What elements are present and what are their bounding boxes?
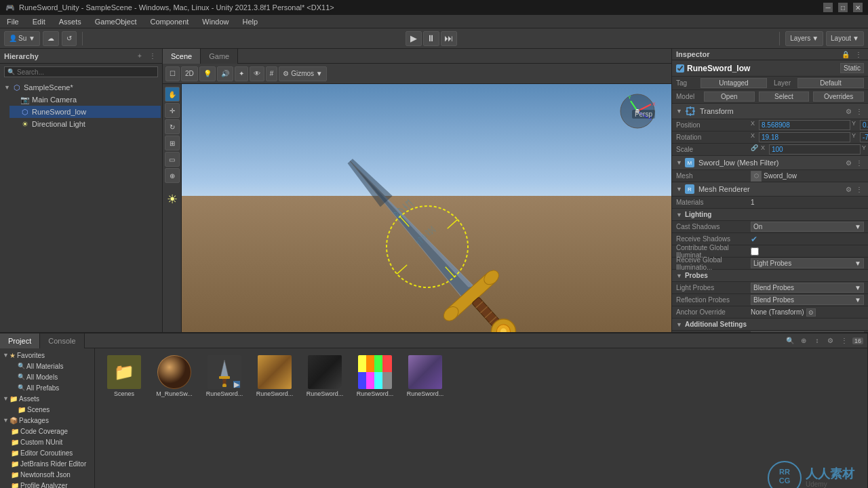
scale-x[interactable] bbox=[769, 144, 861, 155]
layers-button[interactable]: Layers ▼ bbox=[785, 31, 823, 46]
asset-material[interactable]: M_RuneSw... bbox=[151, 354, 198, 399]
asset-texture-purple[interactable]: RuneSword... bbox=[401, 354, 449, 399]
project-search-icon[interactable]: 🔍 bbox=[785, 336, 795, 346]
hierarchy-add-button[interactable]: + bbox=[134, 51, 145, 62]
tool-transform[interactable]: ⊕ bbox=[165, 168, 180, 183]
tab-console[interactable]: Console bbox=[40, 333, 84, 348]
layer-dropdown[interactable]: Default bbox=[797, 78, 864, 88]
asset-texture-color[interactable]: RuneSword... bbox=[351, 354, 399, 399]
tree-packages[interactable]: ▼ 📦 Packages bbox=[1, 415, 93, 426]
menu-gameobject[interactable]: GameObject bbox=[92, 16, 140, 27]
mesh-filter-header[interactable]: ▼ M Sword_low (Mesh Filter) ⚙ ⋮ bbox=[672, 156, 868, 170]
menu-component[interactable]: Component bbox=[147, 16, 191, 27]
tree-all-models[interactable]: 🔍 All Models bbox=[1, 371, 93, 382]
hierarchy-item-maincamera[interactable]: 📷 Main Camera bbox=[9, 94, 161, 106]
tool-hand[interactable]: ✋ bbox=[165, 87, 180, 102]
tab-game[interactable]: Game bbox=[201, 49, 238, 64]
mesh-renderer-overflow-button[interactable]: ⋮ bbox=[854, 184, 864, 194]
scene-hidden-objects[interactable]: 👁 bbox=[250, 66, 264, 81]
rotation-x[interactable] bbox=[759, 132, 850, 142]
scene-2d-button[interactable]: 2D bbox=[181, 66, 198, 81]
tree-favorites[interactable]: ▼ ★ Favorites bbox=[1, 350, 93, 361]
lighting-section-header[interactable]: ▼ Lighting bbox=[672, 209, 868, 221]
object-active-checkbox[interactable] bbox=[676, 64, 684, 73]
tree-custom-nunit[interactable]: 📁 Custom NUnit bbox=[1, 436, 93, 447]
tab-scene[interactable]: Scene bbox=[163, 49, 201, 64]
minimize-button[interactable]: ─ bbox=[823, 3, 833, 12]
rotation-y[interactable] bbox=[860, 132, 868, 142]
account-button[interactable]: 👤 Su ▼ bbox=[4, 31, 40, 46]
maximize-button[interactable]: □ bbox=[838, 3, 848, 12]
position-y[interactable] bbox=[860, 120, 868, 130]
hierarchy-item-runesword[interactable]: ⬡ RuneSword_low bbox=[9, 106, 161, 118]
scene-effects-toggle[interactable]: ✦ bbox=[235, 66, 248, 81]
tree-newtonsoft[interactable]: 📁 Newtonsoft Json bbox=[1, 469, 93, 480]
project-option1[interactable]: ⊕ bbox=[798, 336, 809, 346]
asset-scenes-folder[interactable]: 📁 Scenes bbox=[100, 354, 148, 399]
asset-model[interactable]: ▶ RuneSword... bbox=[201, 354, 248, 399]
hierarchy-search-input[interactable] bbox=[17, 68, 155, 76]
contribute-gi-checkbox[interactable] bbox=[751, 247, 759, 256]
tree-profile-analyzer[interactable]: 📁 Profile Analyzer bbox=[1, 480, 93, 488]
inspector-options-button[interactable]: ⋮ bbox=[853, 49, 864, 60]
model-overrides-button[interactable]: Overrides bbox=[813, 92, 864, 102]
menu-file[interactable]: File bbox=[4, 16, 22, 27]
scale-lock-icon[interactable]: 🔗 bbox=[751, 144, 758, 155]
menu-edit[interactable]: Edit bbox=[30, 16, 48, 27]
model-select-button[interactable]: Select bbox=[759, 92, 810, 102]
cast-shadows-dropdown[interactable]: On ▼ bbox=[751, 222, 864, 232]
step-button[interactable]: ⏭ bbox=[441, 31, 457, 46]
receive-gi-dropdown[interactable]: Light Probes ▼ bbox=[751, 258, 864, 268]
mesh-renderer-settings-button[interactable]: ⚙ bbox=[844, 184, 853, 194]
layout-button[interactable]: Layout ▼ bbox=[826, 31, 864, 46]
probes-section-header[interactable]: ▼ Probes bbox=[672, 270, 868, 282]
transform-overflow-button[interactable]: ⋮ bbox=[854, 106, 864, 116]
asset-texture-dark[interactable]: RuneSword... bbox=[301, 354, 349, 399]
scene-audio-toggle[interactable]: 🔊 bbox=[217, 66, 233, 81]
menu-help[interactable]: Help bbox=[239, 16, 260, 27]
project-option2[interactable]: ↕ bbox=[812, 336, 823, 346]
tab-project[interactable]: Project bbox=[0, 333, 40, 348]
tool-rotate[interactable]: ↻ bbox=[165, 119, 180, 134]
tree-all-prefabs[interactable]: 🔍 All Prefabs bbox=[1, 382, 93, 393]
tree-all-materials[interactable]: 🔍 All Materials bbox=[1, 361, 93, 371]
mesh-filter-overflow-button[interactable]: ⋮ bbox=[854, 158, 864, 167]
close-button[interactable]: ✕ bbox=[853, 3, 863, 12]
reflection-probes-dropdown[interactable]: Blend Probes ▼ bbox=[751, 295, 864, 305]
mesh-filter-settings-button[interactable]: ⚙ bbox=[844, 158, 853, 167]
transform-component-header[interactable]: ▼ Transform ⚙ ⋮ bbox=[672, 104, 868, 119]
anchor-pick-button[interactable]: ⊙ bbox=[806, 308, 816, 317]
tool-scale[interactable]: ⊞ bbox=[165, 136, 180, 150]
menu-assets[interactable]: Assets bbox=[56, 16, 84, 27]
light-probes-dropdown[interactable]: Blend Probes ▼ bbox=[751, 283, 864, 293]
tree-jetbrains[interactable]: 📁 JetBrains Rider Editor bbox=[1, 458, 93, 469]
scene-grid-toggle[interactable]: # bbox=[266, 66, 278, 81]
hierarchy-item-samplescene[interactable]: ▼ ⬡ SampleScene* bbox=[1, 81, 161, 94]
position-x[interactable] bbox=[759, 120, 850, 130]
static-button[interactable]: Static bbox=[840, 63, 864, 73]
pause-button[interactable]: ⏸ bbox=[423, 31, 439, 46]
tool-move[interactable]: ✛ bbox=[165, 103, 180, 118]
collab-button[interactable]: ☁ bbox=[43, 31, 59, 46]
inspector-lock-button[interactable]: 🔒 bbox=[840, 49, 851, 60]
tool-rect[interactable]: ▭ bbox=[165, 152, 180, 167]
project-options-button[interactable]: ⋮ bbox=[839, 336, 850, 346]
tree-code-coverage[interactable]: 📁 Code Coverage bbox=[1, 426, 93, 436]
scene-light-toggle[interactable]: 💡 bbox=[199, 66, 216, 81]
undo-button[interactable]: ↺ bbox=[62, 31, 77, 46]
tree-assets[interactable]: ▼ 📁 Assets bbox=[1, 393, 93, 404]
tree-editor-coroutines[interactable]: 📁 Editor Coroutines bbox=[1, 447, 93, 458]
scene-gizmos-toggle[interactable]: ⚙ Gizmos ▼ bbox=[279, 66, 326, 81]
tree-scenes[interactable]: 📁 Scenes bbox=[1, 404, 93, 415]
asset-texture-brown[interactable]: RuneSword... bbox=[251, 354, 298, 399]
menu-window[interactable]: Window bbox=[199, 16, 231, 27]
receive-shadows-checkbox[interactable]: ✔ bbox=[751, 235, 757, 244]
play-button[interactable]: ▶ bbox=[406, 31, 422, 46]
additional-section-header[interactable]: ▼ Additional Settings bbox=[672, 319, 868, 331]
model-open-button[interactable]: Open bbox=[704, 92, 755, 102]
project-option3[interactable]: ⚙ bbox=[825, 336, 836, 346]
scene-viewport[interactable]: ✋ ✛ ↻ ⊞ ▭ ⊕ ☀ bbox=[163, 84, 671, 332]
scene-draw-mode-button[interactable]: ☐ bbox=[165, 66, 180, 81]
mesh-renderer-header[interactable]: ▼ R Mesh Renderer ⚙ ⋮ bbox=[672, 182, 868, 197]
tag-dropdown[interactable]: Untagged bbox=[701, 78, 767, 88]
